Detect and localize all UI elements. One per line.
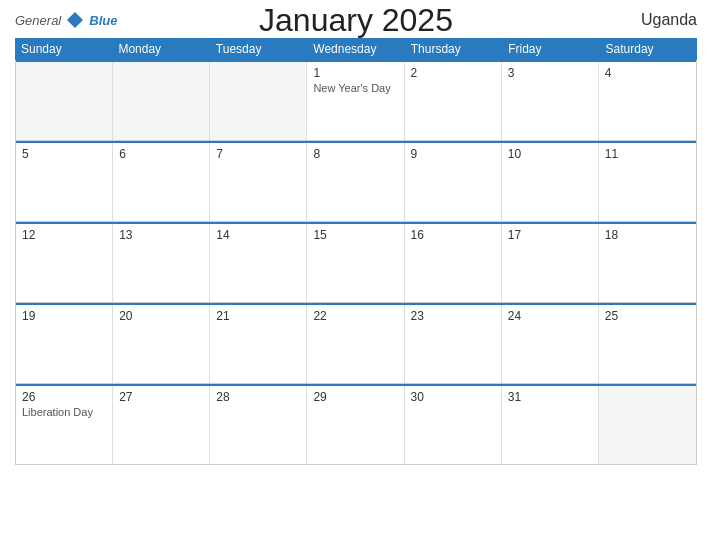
cell-w3-mon: 13 xyxy=(113,224,210,302)
cell-w1-thu: 2 xyxy=(405,62,502,140)
cell-w4-fri: 24 xyxy=(502,305,599,383)
cell-w4-tue: 21 xyxy=(210,305,307,383)
cell-w3-sat: 18 xyxy=(599,224,696,302)
date-14: 14 xyxy=(216,228,300,242)
date-11: 11 xyxy=(605,147,690,161)
cell-w3-thu: 16 xyxy=(405,224,502,302)
cell-w2-mon: 6 xyxy=(113,143,210,221)
date-10: 10 xyxy=(508,147,592,161)
cell-w3-wed: 15 xyxy=(307,224,404,302)
date-6: 6 xyxy=(119,147,203,161)
date-29: 29 xyxy=(313,390,397,404)
date-20: 20 xyxy=(119,309,203,323)
day-wednesday: Wednesday xyxy=(307,38,404,60)
cell-w2-sat: 11 xyxy=(599,143,696,221)
header: General Blue January 2025 Uganda xyxy=(15,10,697,30)
day-friday: Friday xyxy=(502,38,599,60)
logo-blue-text: Blue xyxy=(89,13,117,28)
calendar-week-2: 5 6 7 8 9 10 11 xyxy=(16,141,696,222)
cell-w1-wed: 1 New Year's Day xyxy=(307,62,404,140)
cell-w4-thu: 23 xyxy=(405,305,502,383)
date-2: 2 xyxy=(411,66,495,80)
cell-w5-wed: 29 xyxy=(307,386,404,464)
cell-w2-sun: 5 xyxy=(16,143,113,221)
calendar-week-1: 1 New Year's Day 2 3 4 xyxy=(16,60,696,141)
logo: General Blue xyxy=(15,10,117,30)
calendar-grid: 1 New Year's Day 2 3 4 5 6 7 xyxy=(15,60,697,465)
cell-w2-wed: 8 xyxy=(307,143,404,221)
date-22: 22 xyxy=(313,309,397,323)
cell-w5-sat xyxy=(599,386,696,464)
calendar-week-5: 26 Liberation Day 27 28 29 30 31 xyxy=(16,384,696,465)
cell-w2-fri: 10 xyxy=(502,143,599,221)
country-name: Uganda xyxy=(641,11,697,29)
date-30: 30 xyxy=(411,390,495,404)
date-18: 18 xyxy=(605,228,690,242)
day-saturday: Saturday xyxy=(600,38,697,60)
logo-general-text: General xyxy=(15,13,61,28)
cell-w1-sun xyxy=(16,62,113,140)
cell-w4-wed: 22 xyxy=(307,305,404,383)
calendar-title: January 2025 xyxy=(259,2,453,38)
date-3: 3 xyxy=(508,66,592,80)
cell-w1-tue xyxy=(210,62,307,140)
cell-w1-mon xyxy=(113,62,210,140)
cell-w2-thu: 9 xyxy=(405,143,502,221)
cell-w5-fri: 31 xyxy=(502,386,599,464)
calendar-week-3: 12 13 14 15 16 17 18 xyxy=(16,222,696,303)
date-25: 25 xyxy=(605,309,690,323)
date-8: 8 xyxy=(313,147,397,161)
date-4: 4 xyxy=(605,66,690,80)
cell-w1-sat: 4 xyxy=(599,62,696,140)
date-28: 28 xyxy=(216,390,300,404)
cell-w3-tue: 14 xyxy=(210,224,307,302)
calendar-week-4: 19 20 21 22 23 24 25 xyxy=(16,303,696,384)
date-5: 5 xyxy=(22,147,106,161)
cell-w5-tue: 28 xyxy=(210,386,307,464)
day-monday: Monday xyxy=(112,38,209,60)
cell-w5-sun: 26 Liberation Day xyxy=(16,386,113,464)
date-7: 7 xyxy=(216,147,300,161)
date-15: 15 xyxy=(313,228,397,242)
day-headers: Sunday Monday Tuesday Wednesday Thursday… xyxy=(15,38,697,60)
logo-icon xyxy=(65,10,85,30)
date-23: 23 xyxy=(411,309,495,323)
cell-w2-tue: 7 xyxy=(210,143,307,221)
date-16: 16 xyxy=(411,228,495,242)
date-24: 24 xyxy=(508,309,592,323)
calendar-container: General Blue January 2025 Uganda Sunday … xyxy=(0,0,712,550)
cell-w5-mon: 27 xyxy=(113,386,210,464)
cell-w4-sun: 19 xyxy=(16,305,113,383)
day-tuesday: Tuesday xyxy=(210,38,307,60)
cell-w4-mon: 20 xyxy=(113,305,210,383)
date-12: 12 xyxy=(22,228,106,242)
cell-w1-fri: 3 xyxy=(502,62,599,140)
event-new-years-day: New Year's Day xyxy=(313,82,397,94)
cell-w5-thu: 30 xyxy=(405,386,502,464)
svg-marker-0 xyxy=(67,12,83,28)
date-19: 19 xyxy=(22,309,106,323)
cell-w3-sun: 12 xyxy=(16,224,113,302)
cell-w3-fri: 17 xyxy=(502,224,599,302)
date-1: 1 xyxy=(313,66,397,80)
date-27: 27 xyxy=(119,390,203,404)
cell-w4-sat: 25 xyxy=(599,305,696,383)
date-17: 17 xyxy=(508,228,592,242)
date-31: 31 xyxy=(508,390,592,404)
date-26: 26 xyxy=(22,390,106,404)
date-9: 9 xyxy=(411,147,495,161)
event-liberation-day: Liberation Day xyxy=(22,406,106,418)
date-21: 21 xyxy=(216,309,300,323)
date-13: 13 xyxy=(119,228,203,242)
day-thursday: Thursday xyxy=(405,38,502,60)
day-sunday: Sunday xyxy=(15,38,112,60)
